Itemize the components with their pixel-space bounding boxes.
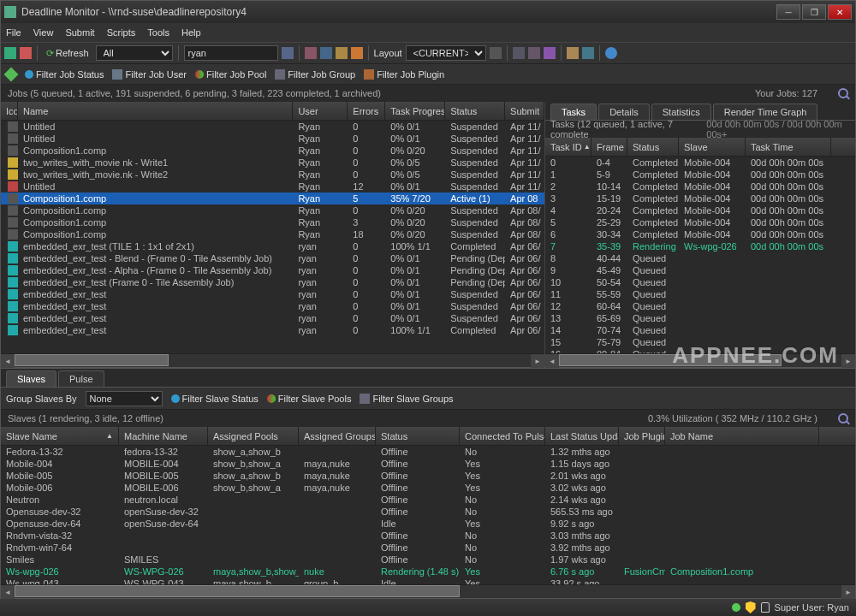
table-row[interactable]: SmilesSMILESOfflineNo1.97 wks ago <box>1 554 855 566</box>
table-row[interactable]: Composition1.compRyan30% 0/20SuspendedAp… <box>1 216 544 228</box>
tab-details[interactable]: Details <box>598 104 650 120</box>
filter-job-user[interactable]: Filter Job User <box>112 69 187 80</box>
table-row[interactable]: Opensuse-dev-32openSuse-dev-32OfflineNo5… <box>1 506 855 518</box>
table-row[interactable]: 1155-59Queued <box>545 288 855 300</box>
table-row[interactable]: Mobile-006MOBILE-006show_b,show_amaya,nu… <box>1 482 855 494</box>
filter-slave-groups[interactable]: Filter Slave Groups <box>360 394 453 404</box>
search-icon[interactable] <box>838 88 848 98</box>
tool-icon-2[interactable] <box>336 47 348 59</box>
tasks-grid[interactable]: 00-4CompletedMobile-00400d 00h 00m 00s15… <box>545 157 855 353</box>
tool-icon-3[interactable] <box>513 47 525 59</box>
table-row[interactable]: Composition1.compRyan00% 0/20SuspendedAp… <box>1 204 544 216</box>
table-row[interactable]: embedded_exr_test - Alpha - (Frame 0 - T… <box>1 264 544 276</box>
table-row[interactable]: Ws-wpg-043WS-WPG-043maya,show_bgroup_bId… <box>1 578 855 584</box>
tasks-scrollbar[interactable]: ◄► <box>545 353 855 367</box>
slaves-header[interactable]: Slave Name▲ Machine Name Assigned Pools … <box>1 427 855 446</box>
menu-tools[interactable]: Tools <box>147 27 169 38</box>
table-row[interactable]: embedded_exr_testryan00% 0/1SuspendedApr… <box>1 300 544 312</box>
table-row[interactable]: UntitledRyan00% 0/1SuspendedApr 11/ <box>1 121 544 133</box>
table-row[interactable]: 315-19CompletedMobile-00400d 00h 00m 00s <box>545 192 855 204</box>
stop-icon[interactable] <box>4 47 16 59</box>
table-row[interactable]: 630-34CompletedMobile-00400d 00h 00m 00s <box>545 228 855 240</box>
tool-icon-6[interactable] <box>582 47 594 59</box>
table-row[interactable]: 1365-69Queued <box>545 312 855 324</box>
jobs-scrollbar[interactable]: ◄► <box>1 353 544 367</box>
table-row[interactable]: Ws-wpg-026WS-WPG-026maya,show_b,show_anu… <box>1 566 855 578</box>
tool-icon-4[interactable] <box>528 47 540 59</box>
titlebar[interactable]: Deadline Monitor - \\rnd-suse\deadlinere… <box>1 1 855 23</box>
help-icon[interactable] <box>605 47 617 59</box>
table-row[interactable]: Fedora-13-32fedora-13-32show_a,show_bOff… <box>1 446 855 458</box>
menu-submit[interactable]: Submit <box>65 27 94 38</box>
tab-slaves[interactable]: Slaves <box>6 370 56 387</box>
table-row[interactable]: embedded_exr_testryan0100% 1/1CompletedA… <box>1 324 544 336</box>
refresh-button[interactable]: ⟳Refresh <box>43 46 92 61</box>
table-row[interactable]: 1470-74Queued <box>545 324 855 336</box>
table-row[interactable]: embedded_exr_testryan00% 0/1SuspendedApr… <box>1 312 544 324</box>
table-row[interactable]: two_writes_with_movie nk - Write1Ryan00%… <box>1 157 544 169</box>
table-row[interactable]: embedded_exr_test - Blend - (Frame 0 - T… <box>1 252 544 264</box>
chart-icon[interactable] <box>320 47 332 59</box>
table-row[interactable]: embedded_exr_test (TILE 1 : 1x1 of 2x1)r… <box>1 240 544 252</box>
filter-job-group[interactable]: Filter Job Group <box>275 69 355 80</box>
tool-icon-1[interactable] <box>305 47 317 59</box>
table-row[interactable]: embedded_exr_test (Frame 0 - Tile Assemb… <box>1 276 544 288</box>
table-row[interactable]: 420-24CompletedMobile-00400d 00h 00m 00s <box>545 204 855 216</box>
play-icon[interactable] <box>4 67 19 81</box>
jobs-header[interactable]: Ico Name User Errors Task Progress Statu… <box>1 102 544 121</box>
table-row[interactable]: 840-44Queued <box>545 252 855 264</box>
filter-job-plugin[interactable]: Filter Job Plugin <box>364 69 444 80</box>
table-row[interactable]: Rndvm-vista-32OfflineNo3.03 mths ago <box>1 530 855 542</box>
table-row[interactable]: UntitledRyan00% 0/1SuspendedApr 11/ <box>1 133 544 145</box>
table-row[interactable]: Opensuse-dev-64openSuse-dev-64IdleYes9.9… <box>1 518 855 530</box>
tab-statistics[interactable]: Statistics <box>651 104 711 120</box>
table-row[interactable]: Mobile-005MOBILE-005show_a,show_bmaya,nu… <box>1 470 855 482</box>
slaves-scrollbar[interactable]: ◄► <box>1 584 855 598</box>
menu-file[interactable]: File <box>6 27 21 38</box>
save-icon[interactable] <box>490 47 502 59</box>
table-row[interactable]: Composition1.compRyan180% 0/20SuspendedA… <box>1 228 544 240</box>
filter-slave-status[interactable]: Filter Slave Status <box>171 394 259 404</box>
table-row[interactable]: Neutronneutron.localOfflineNo2.14 wks ag… <box>1 494 855 506</box>
tab-render-time[interactable]: Render Time Graph <box>713 104 818 120</box>
table-row[interactable]: Composition1.compRyan00% 0/20SuspendedAp… <box>1 145 544 157</box>
filter-all-dropdown[interactable]: All <box>96 45 173 61</box>
menu-view[interactable]: View <box>33 27 54 38</box>
user-input[interactable] <box>184 45 278 61</box>
jobs-grid[interactable]: UntitledRyan00% 0/1SuspendedApr 11/Untit… <box>1 121 544 353</box>
tasks-header[interactable]: Task ID▲ Frame Status Slave Task Time <box>545 138 855 157</box>
table-row[interactable]: Rndvm-win7-64OfflineNo3.92 mths ago <box>1 542 855 554</box>
globe-icon[interactable] <box>567 47 579 59</box>
table-row[interactable]: 1050-54Queued <box>545 276 855 288</box>
filter-slave-pools[interactable]: Filter Slave Pools <box>267 394 352 404</box>
user-icon[interactable] <box>282 47 294 59</box>
tool-icon-5[interactable] <box>544 47 556 59</box>
group-slaves-dropdown[interactable]: None <box>86 391 163 406</box>
table-row[interactable]: UntitledRyan120% 0/1SuspendedApr 11/ <box>1 181 544 192</box>
slaves-grid[interactable]: Fedora-13-32fedora-13-32show_a,show_bOff… <box>1 446 855 584</box>
record-icon[interactable] <box>20 47 32 59</box>
layout-dropdown[interactable]: <CURRENT> <box>406 45 486 61</box>
table-row[interactable]: 525-29CompletedMobile-00400d 00h 00m 00s <box>545 216 855 228</box>
table-row[interactable]: two_writes_with_movie.nk - Write2Ryan00%… <box>1 169 544 181</box>
menu-scripts[interactable]: Scripts <box>107 27 136 38</box>
close-button[interactable]: ✕ <box>828 4 852 20</box>
table-row[interactable]: 210-14CompletedMobile-00400d 00h 00m 00s <box>545 181 855 192</box>
table-row[interactable]: 15-9CompletedMobile-00400d 00h 00m 00s <box>545 169 855 181</box>
minimize-button[interactable]: ─ <box>776 4 800 20</box>
menu-help[interactable]: Help <box>181 27 201 38</box>
table-row[interactable]: Composition1.compRyan535% 7/20Active (1)… <box>1 192 544 204</box>
cone-icon[interactable] <box>351 47 363 59</box>
table-row[interactable]: 735-39RenderingWs-wpg-02600d 00h 00m 00s <box>545 240 855 252</box>
maximize-button[interactable]: ❐ <box>802 4 826 20</box>
table-row[interactable]: 00-4CompletedMobile-00400d 00h 00m 00s <box>545 157 855 169</box>
table-row[interactable]: 945-49Queued <box>545 264 855 276</box>
filter-job-pool[interactable]: Filter Job Pool <box>195 69 266 80</box>
filter-job-status[interactable]: Filter Job Status <box>25 69 104 80</box>
tab-pulse[interactable]: Pulse <box>58 370 104 387</box>
table-row[interactable]: 1260-64Queued <box>545 300 855 312</box>
table-row[interactable]: Mobile-004MOBILE-004show_b,show_amaya,nu… <box>1 458 855 470</box>
table-row[interactable]: embedded_exr_testryan00% 0/1SuspendedApr… <box>1 288 544 300</box>
search-icon[interactable] <box>838 413 848 424</box>
tab-tasks[interactable]: Tasks <box>550 104 597 120</box>
